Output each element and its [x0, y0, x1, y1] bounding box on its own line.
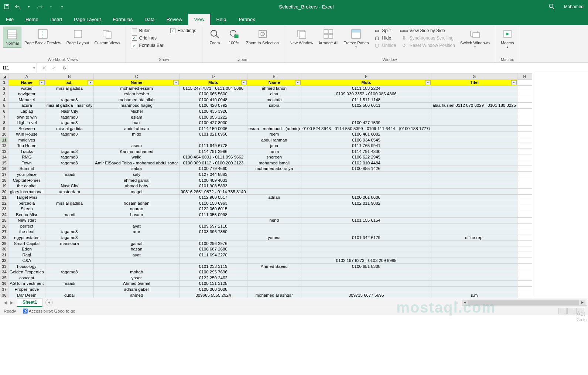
- cell[interactable]: [180, 218, 247, 224]
- filter-dropdown-icon[interactable]: ▼: [511, 80, 517, 85]
- filter-header[interactable]: Mob.▼: [180, 80, 247, 86]
- row-header[interactable]: 7: [0, 114, 8, 120]
- cell[interactable]: [431, 252, 517, 258]
- cell[interactable]: [431, 120, 517, 126]
- cell[interactable]: [247, 114, 301, 120]
- cell[interactable]: 0106 420 0792: [180, 103, 247, 109]
- cell[interactable]: 009715 6677 5695: [301, 292, 431, 298]
- name-box[interactable]: I11▾: [0, 63, 37, 73]
- cell[interactable]: [301, 206, 431, 212]
- cell[interactable]: 0109 030 3352 - 0100 086 4866: [301, 91, 431, 97]
- cell[interactable]: [301, 177, 431, 183]
- cell[interactable]: [247, 177, 301, 183]
- row-header[interactable]: 2: [0, 85, 8, 91]
- row-header[interactable]: 37: [0, 286, 8, 292]
- row-header[interactable]: 36: [0, 281, 8, 287]
- cell[interactable]: [247, 241, 301, 246]
- cell[interactable]: Benaa Misr: [8, 212, 45, 218]
- cell[interactable]: ahmed tahon: [247, 85, 301, 91]
- cell[interactable]: hend: [247, 218, 301, 224]
- cell[interactable]: misr al gadida - nasr city: [45, 103, 94, 109]
- cell[interactable]: [301, 281, 431, 287]
- user-name[interactable]: Mohamed: [564, 4, 584, 9]
- cell[interactable]: [431, 171, 517, 177]
- cell[interactable]: mohamed ismail: [247, 160, 301, 166]
- cell[interactable]: 0122 060 6015: [180, 206, 247, 212]
- tab-help[interactable]: Help: [210, 14, 232, 25]
- cell[interactable]: your place: [8, 171, 45, 177]
- row-header[interactable]: 29: [0, 241, 8, 246]
- cell[interactable]: [431, 200, 517, 206]
- cell[interactable]: office rep.: [431, 235, 517, 241]
- cell[interactable]: 0114 150 0006: [180, 126, 247, 132]
- cell[interactable]: 0100 060 1008: [180, 286, 247, 292]
- row-header[interactable]: 27: [0, 229, 8, 235]
- cell[interactable]: [45, 252, 94, 258]
- cell[interactable]: [45, 218, 94, 224]
- cell[interactable]: hani: [94, 120, 180, 126]
- cell[interactable]: 0100 296 2976: [180, 241, 247, 246]
- qat-customize-icon[interactable]: ▾: [59, 4, 65, 10]
- cell[interactable]: [431, 229, 517, 235]
- cell[interactable]: [247, 223, 301, 229]
- cell[interactable]: maadi: [45, 212, 94, 218]
- enter-formula-icon[interactable]: ✓: [52, 65, 56, 71]
- cell[interactable]: W.in House: [8, 131, 45, 137]
- filter-header[interactable]: Name▼: [247, 80, 301, 86]
- cell[interactable]: [247, 252, 301, 258]
- cell[interactable]: 0100 404 0001 - 0111 996 9662: [180, 154, 247, 160]
- cell[interactable]: amr: [94, 229, 180, 235]
- filter-dropdown-icon[interactable]: ▼: [88, 80, 93, 85]
- spreadsheet-grid[interactable]: ◢ABCDEFGH1Name▼ad.▼Name▼Mob.▼Name▼Mob.▼T…: [0, 73, 588, 298]
- cell[interactable]: the capital: [8, 183, 45, 189]
- formula-bar-checkbox[interactable]: ✓Formula Bar: [132, 43, 164, 48]
- cell[interactable]: tagamo3: [45, 235, 94, 241]
- row-header[interactable]: 25: [0, 218, 8, 224]
- tab-formulas[interactable]: Formulas: [107, 14, 139, 25]
- cell[interactable]: nouran: [94, 206, 180, 212]
- chevron-down-icon[interactable]: ▾: [33, 66, 35, 70]
- row-header[interactable]: 1: [0, 80, 8, 86]
- cell[interactable]: 0100 665 5600: [180, 91, 247, 97]
- cell[interactable]: 0114 791 2996: [180, 149, 247, 154]
- split-button[interactable]: ▭Split: [373, 27, 397, 34]
- save-icon[interactable]: [4, 4, 10, 10]
- cell[interactable]: egypt estates: [8, 235, 45, 241]
- cell[interactable]: tagamo3: [45, 229, 94, 235]
- row-header[interactable]: 38: [0, 292, 8, 298]
- row-header[interactable]: 16: [0, 166, 8, 172]
- cell[interactable]: jana: [247, 143, 301, 149]
- row-header[interactable]: 15: [0, 160, 8, 166]
- cell[interactable]: Golden Properties: [8, 269, 45, 275]
- filter-dropdown-icon[interactable]: ▼: [241, 80, 247, 85]
- row-header[interactable]: 19: [0, 183, 8, 189]
- cell[interactable]: 0101 021 8956: [180, 131, 247, 137]
- cell[interactable]: yaser: [94, 275, 180, 281]
- cell[interactable]: ahmed bahy: [94, 183, 180, 189]
- cell[interactable]: mohamed essam: [94, 85, 180, 91]
- cell[interactable]: glory international: [8, 189, 45, 195]
- cell[interactable]: [45, 286, 94, 292]
- add-sheet-button[interactable]: +: [45, 299, 53, 306]
- cell[interactable]: ahmed: [94, 292, 180, 298]
- cell[interactable]: High Level: [8, 120, 45, 126]
- cell[interactable]: abdulrahman: [94, 126, 180, 132]
- cell[interactable]: ayat: [94, 223, 180, 229]
- cell[interactable]: [94, 235, 180, 241]
- row-header[interactable]: 8: [0, 120, 8, 126]
- cell[interactable]: 0100 409 4031: [180, 177, 247, 183]
- row-header[interactable]: 26: [0, 223, 8, 229]
- cell[interactable]: [301, 183, 431, 189]
- cell[interactable]: esraa - mahmoud - (admin): [247, 126, 301, 132]
- normal-view-icon[interactable]: [558, 308, 567, 314]
- cell[interactable]: [45, 206, 94, 212]
- cell[interactable]: [431, 154, 517, 160]
- tab-data[interactable]: Data: [139, 14, 160, 25]
- cell[interactable]: [301, 229, 431, 235]
- col-header-E[interactable]: E: [247, 74, 301, 80]
- cell[interactable]: 0100 524 8943 - 0114 550 5399 - 0109 111…: [301, 126, 431, 132]
- arrange-all-button[interactable]: Arrange All: [316, 27, 341, 47]
- cell[interactable]: tagamo3: [45, 269, 94, 275]
- cell[interactable]: [431, 206, 517, 212]
- cell[interactable]: Michel: [94, 108, 180, 114]
